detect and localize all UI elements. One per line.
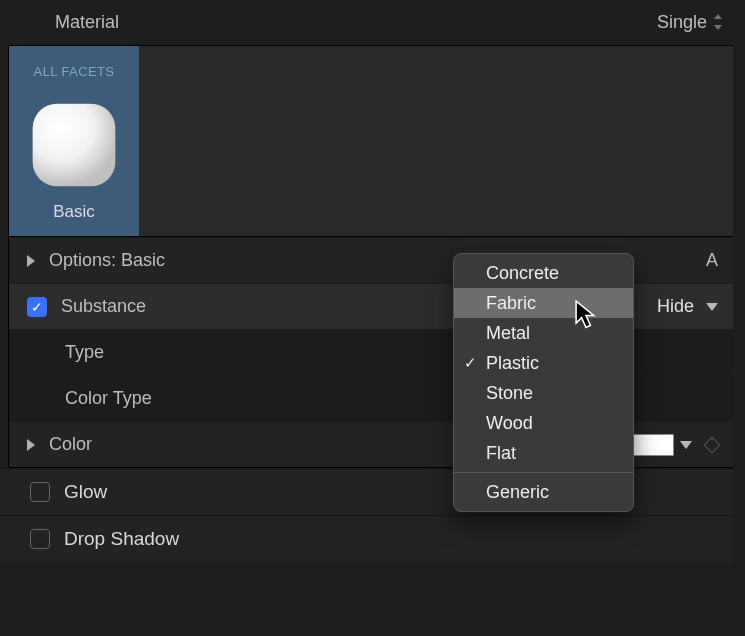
drop-shadow-label: Drop Shadow <box>64 528 179 550</box>
popup-item-flat[interactable]: Flat <box>454 438 633 468</box>
color-type-label: Color Type <box>65 388 152 409</box>
sort-icon <box>713 14 723 32</box>
chevron-down-icon[interactable] <box>680 441 692 449</box>
popup-item-stone[interactable]: Stone <box>454 378 633 408</box>
facet-card-basic[interactable]: ALL FACETS Basic <box>9 46 139 236</box>
type-label: Type <box>65 342 104 363</box>
color-label: Color <box>49 434 92 455</box>
popup-item-label: Metal <box>486 323 530 344</box>
material-header: Material Single <box>0 0 745 45</box>
popup-item-label: Fabric <box>486 293 536 314</box>
popup-item-plastic[interactable]: ✓ Plastic <box>454 348 633 378</box>
popup-item-label: Wood <box>486 413 533 434</box>
options-label: Options: Basic <box>49 250 165 271</box>
substance-type-popup[interactable]: Concrete Fabric Metal ✓ Plastic Stone Wo… <box>453 253 634 512</box>
popup-item-concrete[interactable]: Concrete <box>454 258 633 288</box>
substance-checkbox[interactable]: ✓ <box>27 297 47 317</box>
material-thumbnail <box>27 98 121 192</box>
popup-item-label: Concrete <box>486 263 559 284</box>
facets-tab-label: ALL FACETS <box>34 64 115 79</box>
popup-item-wood[interactable]: Wood <box>454 408 633 438</box>
popup-separator <box>454 472 633 473</box>
facets-empty-area <box>139 46 736 232</box>
drop-shadow-row[interactable]: Drop Shadow <box>0 515 745 562</box>
popup-item-label: Generic <box>486 482 549 503</box>
material-mode-value: Single <box>657 12 707 33</box>
glow-checkbox[interactable] <box>30 482 50 502</box>
disclosure-right-icon <box>27 439 35 451</box>
hide-button[interactable]: Hide <box>657 296 694 317</box>
facet-name: Basic <box>15 202 133 222</box>
material-title: Material <box>55 12 119 33</box>
popup-item-generic[interactable]: Generic <box>454 477 633 507</box>
popup-item-fabric[interactable]: Fabric <box>454 288 633 318</box>
substance-label: Substance <box>61 296 146 317</box>
disclosure-right-icon <box>27 255 35 267</box>
svg-rect-0 <box>33 104 116 187</box>
popup-item-label: Stone <box>486 383 533 404</box>
popup-item-metal[interactable]: Metal <box>454 318 633 348</box>
check-icon: ✓ <box>464 354 477 372</box>
glow-label: Glow <box>64 481 107 503</box>
chevron-down-icon[interactable] <box>706 303 718 311</box>
keyframe-diamond-icon[interactable] <box>704 436 721 453</box>
popup-item-label: Flat <box>486 443 516 464</box>
popup-item-label: Plastic <box>486 353 539 374</box>
material-mode-dropdown[interactable]: Single <box>657 12 723 33</box>
drop-shadow-checkbox[interactable] <box>30 529 50 549</box>
facets-panel: ALL FACETS Basic <box>8 45 737 237</box>
options-right-label: A <box>706 250 718 271</box>
